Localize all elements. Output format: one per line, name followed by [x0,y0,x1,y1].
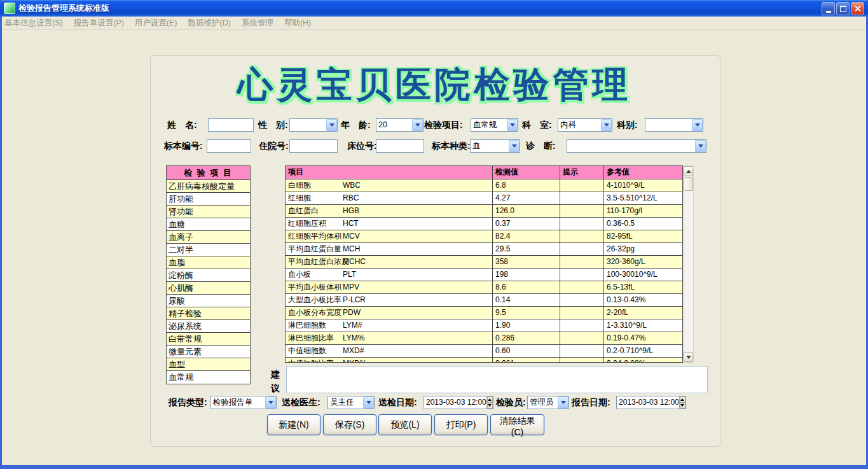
reference-cell: 320-360g/L [604,256,682,268]
report-type-select[interactable]: 检验报告单 [210,396,277,409]
window-controls [822,2,864,15]
list-item[interactable]: 血常规 [167,371,250,384]
menu-item[interactable]: 帮助(H) [284,18,311,29]
list-item[interactable]: 血型 [167,358,250,371]
menu-item[interactable]: 系统管理 [242,18,273,29]
list-item[interactable]: 尿酸 [167,295,250,307]
spin-up-button[interactable] [680,396,685,403]
table-row[interactable]: 红细胞压积HCT 0.37 0.36-0.5 [286,218,682,230]
arrow-down-icon [686,356,691,359]
spin-down-button[interactable] [487,403,493,409]
report-date-input[interactable]: 2013-03-03 12:00 [616,396,686,409]
preview-button[interactable]: 预览(L) [378,414,432,435]
table-row[interactable]: 白细胞WBC 6.8 4-1010^9/L [286,179,682,192]
menu-item[interactable]: 数据维护(D) [188,18,231,29]
item-name-cell: 红细胞 [288,192,343,204]
item-name-cell: 红细胞压积 [288,218,343,230]
scroll-down-button[interactable] [684,352,693,362]
list-item[interactable]: 肾功能 [167,206,250,218]
suggestion-textarea[interactable] [286,366,708,393]
department-select[interactable]: 内科 [558,118,612,132]
table-row[interactable]: 平均血红蛋白量MCH 29.5 26-32pg [286,243,682,256]
list-item[interactable]: 泌尿系统 [167,320,250,333]
spin-up-button[interactable] [487,396,493,403]
reference-cell: 0.19-0.47% [604,332,682,344]
age-select[interactable]: 20 [376,118,424,132]
table-row[interactable]: 血红蛋白HGB 126.0 110-170g/l [286,205,682,218]
item-code-cell: HCT [343,219,359,228]
gender-label: 性 别: [258,118,288,132]
bed-no-field[interactable] [376,139,424,153]
item-code-cell: RBC [343,193,359,202]
item-code-cell: MCH [343,244,360,253]
hint-cell [560,269,604,281]
close-button[interactable] [851,2,864,15]
list-header: 检 验 项 目 [167,166,250,180]
test-item-select[interactable]: 血常规 [471,118,518,132]
list-item[interactable]: 肝功能 [167,193,250,206]
list-item[interactable]: 血脂 [167,256,250,269]
table-row[interactable]: 平均血红蛋白浓度MCHC 358 320-360g/L [286,256,682,269]
examiner-select[interactable]: 管理员 [527,396,569,409]
list-item[interactable]: 心肌酶 [167,282,250,295]
item-code-cell: PDW [343,308,361,317]
table-row[interactable]: 血小板PLT 198 100-30010^9/L [286,269,682,281]
diagnosis-select[interactable] [567,139,706,153]
item-name-cell: 平均血红蛋白量 [288,243,343,255]
examiner-label: 检验员: [496,396,526,409]
send-date-input[interactable]: 2013-03-03 12:00 [424,396,493,409]
section-select[interactable] [645,118,703,132]
new-button[interactable]: 新建(N) [267,414,320,435]
report-date-label: 报告日期: [572,396,610,409]
restore-button[interactable] [836,2,850,15]
menu-item[interactable]: 基本信息设置(S) [4,18,63,29]
scroll-thumb[interactable] [684,177,693,191]
bed-no-label: 床位号: [347,139,377,153]
list-item[interactable]: 血糖 [167,218,250,231]
item-code-cell: PLT [343,270,356,279]
save-button[interactable]: 保存(S) [323,414,376,435]
section-label: 科别: [617,118,638,132]
minimize-button[interactable] [822,2,835,15]
list-item[interactable]: 淀粉酶 [167,269,250,282]
specimen-no-label: 标本编号: [164,139,203,153]
list-item[interactable]: 微量元素 [167,346,250,358]
specimen-no-field[interactable] [207,139,251,153]
admission-no-field[interactable] [289,139,338,153]
scroll-up-button[interactable] [684,166,693,176]
reference-cell: 1-3.310^9/L [604,319,682,332]
table-row[interactable]: 中值细胞数MXD# 0.60 0.2-0.710^9/L [286,345,682,358]
spin-down-button[interactable] [680,403,685,409]
table-scrollbar[interactable] [683,165,694,363]
print-button[interactable]: 打印(P) [434,414,488,435]
list-item[interactable]: 白带常规 [167,333,250,346]
specimen-type-select[interactable]: 血 [470,139,520,153]
list-item[interactable]: 乙肝病毒核酸定量 [167,180,250,193]
results-table: 项目 检测值 提示 参考值 白细胞WBC 6.8 4-1010^9/L 红细胞R… [285,165,683,363]
menu-item[interactable]: 报告单设置(P) [74,18,124,29]
table-row[interactable]: 大型血小板比率P-LCR 0.14 0.13-0.43% [286,294,682,307]
report-type-label: 报告类型: [169,396,207,409]
clear-button[interactable]: 清除结果(C) [490,414,544,435]
list-item[interactable]: 血离子 [167,231,250,244]
table-row[interactable]: 平均血小板体积MPV 8.6 6.5-13fL [286,281,682,294]
table-row[interactable]: 血小板分布宽度PDW 9.5 2-20fL [286,307,682,319]
value-cell: 0.286 [493,332,560,344]
reference-cell: 0.2-0.710^9/L [604,345,682,357]
item-code-cell: LYM# [343,321,362,330]
menu-item[interactable]: 用户设置(E) [135,18,177,29]
item-name-cell: 血小板分布宽度 [288,307,343,319]
list-item[interactable]: 精子检验 [167,307,250,320]
hint-cell [560,307,604,319]
table-row[interactable]: 红细胞平均体积MCV 82.4 82-95fL [286,230,682,243]
name-field[interactable] [208,118,254,132]
table-row[interactable]: 中值红胞比率MXD% 0.061 0.04-0.08% [286,358,682,363]
gender-select[interactable] [289,118,338,132]
minimize-icon [826,11,831,13]
doctor-select[interactable]: 吴主任 [327,396,375,409]
list-item[interactable]: 二对半 [167,244,250,256]
table-row[interactable]: 红细胞RBC 4.27 3.5-5.510^12/L [286,192,682,205]
table-row[interactable]: 淋巴细胞数LYM# 1.90 1-3.310^9/L [286,319,682,332]
item-code-cell: MXD% [343,359,366,363]
table-row[interactable]: 淋巴细胞比率LYM% 0.286 0.19-0.47% [286,332,682,345]
